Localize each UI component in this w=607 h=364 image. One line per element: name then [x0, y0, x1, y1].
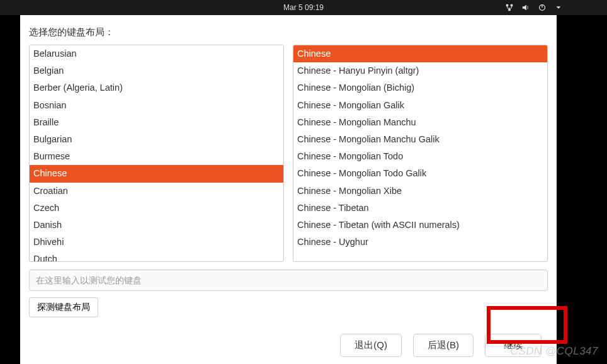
variant-item[interactable]: Chinese - Mongolian Manchu [293, 114, 547, 131]
variant-item[interactable]: Chinese - Hanyu Pinyin (altgr) [293, 62, 547, 79]
volume-icon[interactable] [521, 3, 530, 12]
layout-item[interactable]: Braille [30, 114, 283, 131]
variant-item[interactable]: Chinese - Mongolian Todo Galik [293, 165, 547, 182]
layout-item[interactable]: Dhivehi [30, 234, 283, 251]
layout-item[interactable]: Belgian [30, 62, 283, 79]
variant-item[interactable]: Chinese - Mongolian (Bichig) [293, 79, 547, 96]
system-tray [505, 3, 563, 12]
variant-item[interactable]: Chinese - Tibetan (with ASCII numerals) [293, 217, 547, 234]
variant-item[interactable]: Chinese - Mongolian Galik [293, 97, 547, 114]
chevron-down-icon[interactable] [554, 3, 563, 12]
layout-item[interactable]: Chinese [30, 165, 283, 182]
installer-window: 选择您的键盘布局： BelarusianBelgianBerber (Alger… [20, 15, 557, 364]
layout-item[interactable]: Belarusian [30, 45, 283, 62]
detect-row: 探测键盘布局 [29, 297, 548, 317]
variant-item[interactable]: Chinese - Mongolian Xibe [293, 183, 547, 200]
svg-rect-0 [506, 4, 509, 7]
keyboard-variant-list[interactable]: ChineseChinese - Hanyu Pinyin (altgr)Chi… [293, 45, 548, 262]
detect-layout-button[interactable]: 探测键盘布局 [29, 297, 98, 317]
layout-item[interactable]: Burmese [30, 148, 283, 165]
layout-item[interactable]: Dutch [30, 251, 283, 262]
layout-item[interactable]: Bulgarian [30, 131, 283, 148]
layout-lists-row: BelarusianBelgianBerber (Algeria, Latin)… [29, 45, 548, 262]
layout-item[interactable]: Czech [30, 200, 283, 217]
variant-item[interactable]: Chinese - Uyghur [293, 234, 547, 251]
layout-item[interactable]: Bosnian [30, 97, 283, 114]
variant-item[interactable]: Chinese - Mongolian Todo [293, 148, 547, 165]
variant-item[interactable]: Chinese - Mongolian Manchu Galik [293, 131, 547, 148]
layout-item[interactable]: Danish [30, 217, 283, 234]
network-icon[interactable] [505, 3, 514, 12]
svg-rect-1 [511, 4, 513, 7]
quit-button[interactable]: 退出(Q) [340, 334, 402, 357]
power-icon[interactable] [538, 3, 547, 12]
layout-item[interactable]: Croatian [30, 183, 283, 200]
variant-item[interactable]: Chinese - Tibetan [293, 200, 547, 217]
back-button[interactable]: 后退(B) [413, 334, 474, 357]
keyboard-test-input[interactable] [29, 270, 548, 291]
watermark: CSDN @CQL347 [511, 345, 598, 358]
top-bar: Mar 5 09:19 [0, 0, 607, 15]
clock-label: Mar 5 09:19 [283, 3, 324, 12]
layout-item[interactable]: Berber (Algeria, Latin) [30, 79, 283, 96]
nav-row: 退出(Q) 后退(B) 继续 [29, 334, 548, 357]
keyboard-layout-list[interactable]: BelarusianBelgianBerber (Algeria, Latin)… [29, 45, 284, 262]
variant-item[interactable]: Chinese [293, 45, 547, 62]
prompt-label: 选择您的键盘布局： [29, 26, 548, 38]
